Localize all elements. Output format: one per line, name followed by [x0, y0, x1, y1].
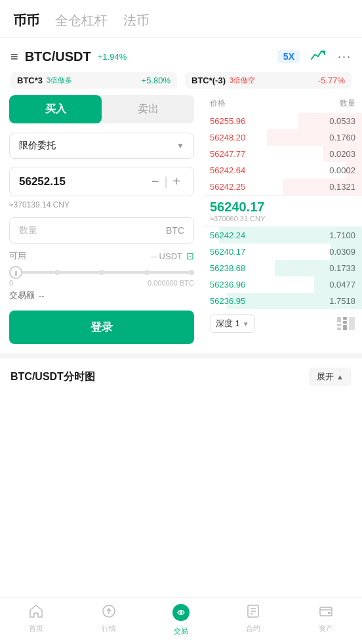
nav-item-contract[interactable]: 合约	[217, 603, 289, 636]
bid-row[interactable]: 56240.17 0.0309	[203, 244, 362, 260]
bid-qty: 0.0477	[329, 280, 355, 290]
bid-row[interactable]: 56236.95 1.7518	[203, 293, 362, 309]
depth-controls: 深度 1 ▼	[203, 309, 362, 338]
trade-amount-row: 交易额 --	[9, 290, 194, 301]
nav-item-home[interactable]: 首页	[0, 603, 72, 636]
pair-name: BTC/USDT	[25, 49, 91, 64]
view-toggle[interactable]	[337, 317, 355, 330]
more-icon[interactable]: ···	[338, 50, 352, 64]
bid-price: 56238.68	[210, 263, 245, 273]
slider-thumb[interactable]: |||	[9, 266, 22, 279]
ask-row[interactable]: 56255.96 0.0533	[203, 113, 362, 129]
svg-rect-0	[337, 317, 341, 322]
short-badge[interactable]: BTC*(-3) 3倍做空 -5.77%	[185, 72, 352, 89]
order-type-label: 限价委托	[19, 140, 56, 152]
menu-icon[interactable]: ≡	[10, 49, 18, 64]
ask-qty: 0.0533	[329, 116, 355, 126]
cny-equiv: ≈370139.14 CNY	[9, 200, 194, 209]
svg-rect-5	[343, 325, 347, 328]
tab-sell[interactable]: 卖出	[102, 95, 194, 123]
slider-max-label: 0.000000 BTC	[148, 279, 194, 287]
dropdown-arrow-icon: ▼	[176, 141, 184, 150]
trading-area: 买入 卖出 限价委托 ▼ 56252.15 − | + ≈370139.14 C…	[0, 95, 362, 353]
expand-button[interactable]: 展开 ▲	[309, 368, 352, 386]
ask-price: 56242.25	[210, 182, 245, 192]
chart-icon[interactable]	[310, 47, 326, 66]
ask-qty: 0.1321	[329, 182, 355, 192]
price-input-row: 56252.15 − | +	[9, 167, 194, 196]
asks-container: 56255.96 0.0533 56248.20 0.1760 56247.77…	[203, 113, 362, 195]
available-row: 可用 -- USDT ⊡	[9, 250, 194, 262]
price-decrease-button[interactable]: −	[148, 174, 163, 189]
bid-price: 56236.96	[210, 280, 245, 290]
left-panel: 买入 卖出 限价委托 ▼ 56252.15 − | + ≈370139.14 C…	[0, 95, 203, 353]
svg-rect-6	[343, 328, 347, 330]
bid-qty: 1.7100	[329, 230, 355, 240]
tab-buy[interactable]: 买入	[9, 95, 102, 123]
nav-leverage[interactable]: 全仓杠杆	[55, 12, 108, 30]
ask-price: 56248.20	[210, 133, 245, 142]
depth-select[interactable]: 深度 1 ▼	[210, 314, 255, 333]
leverage-badge[interactable]: 5X	[278, 50, 300, 63]
depth-label: 深度 1	[216, 318, 240, 330]
market-icon	[101, 603, 117, 621]
nav-label-trade: 交易	[174, 626, 188, 636]
expand-label: 展开	[317, 371, 334, 383]
order-type-dropdown[interactable]: 限价委托 ▼	[9, 133, 194, 159]
nav-item-market[interactable]: 行情	[72, 603, 144, 636]
depth-arrow-icon: ▼	[243, 320, 249, 328]
slider-dot-25	[54, 270, 60, 275]
ask-row[interactable]: 56247.77 0.0203	[203, 146, 362, 162]
pair-badges: BTC*3 3倍做多 +5.80% BTC*(-3) 3倍做空 -5.77%	[0, 72, 362, 95]
ask-price: 56255.96	[210, 116, 245, 126]
login-button[interactable]: 登录	[9, 311, 194, 344]
bid-row[interactable]: 56236.96 0.0477	[203, 276, 362, 293]
available-amount: -- USDT	[151, 251, 182, 261]
bids-container: 56242.24 1.7100 56240.17 0.0309 56238.68…	[203, 227, 362, 309]
long-label: 3倍做多	[47, 75, 72, 85]
buy-sell-tabs: 买入 卖出	[9, 95, 194, 123]
trade-amount-label: 交易额	[9, 290, 35, 301]
nav-item-assets[interactable]: 资产	[290, 603, 362, 636]
slider-thumb-icon: |||	[14, 270, 16, 276]
slider-dot-100	[189, 270, 194, 275]
ask-qty: 0.0002	[329, 165, 355, 175]
bid-row[interactable]: 56242.24 1.7100	[203, 227, 362, 244]
slider-dots	[9, 270, 194, 275]
nav-coin[interactable]: 币币	[13, 12, 39, 30]
order-book: 价格 数量 56255.96 0.0533 56248.20 0.1760 56…	[203, 95, 362, 353]
slider-dot-75	[144, 270, 150, 275]
bid-price: 56242.24	[210, 230, 245, 240]
nav-item-trade[interactable]: 交易	[145, 603, 217, 636]
price-increase-button[interactable]: +	[169, 174, 184, 189]
qty-placeholder: 数量	[19, 225, 166, 236]
ask-row[interactable]: 56242.64 0.0002	[203, 162, 362, 179]
nav-label-contract: 合约	[246, 624, 260, 633]
refresh-icon[interactable]: ⊡	[186, 251, 194, 261]
bid-price: 56240.17	[210, 247, 245, 257]
bid-qty: 1.7518	[329, 296, 355, 306]
qty-input-row[interactable]: 数量 BTC	[9, 217, 194, 244]
ob-header-qty: 数量	[340, 98, 355, 109]
timechart-section: BTC/USDT分时图 展开 ▲	[0, 353, 362, 395]
bid-row[interactable]: 56238.68 0.1733	[203, 260, 362, 276]
svg-rect-3	[343, 317, 347, 320]
pair-change: +1.94%	[98, 52, 127, 62]
short-coin: BTC*(-3)	[191, 75, 226, 85]
long-badge[interactable]: BTC*3 3倍做多 +5.80%	[10, 72, 177, 89]
ask-row[interactable]: 56242.25 0.1321	[203, 179, 362, 195]
nav-fiat[interactable]: 法币	[123, 12, 150, 30]
long-coin: BTC*3	[17, 75, 43, 85]
svg-point-10	[180, 611, 182, 614]
short-pct: -5.77%	[318, 75, 345, 85]
current-price-cny: ≈370060.31 CNY	[210, 215, 265, 223]
current-price-row: 56240.17 ≈370060.31 CNY	[203, 195, 362, 227]
bid-qty: 0.1733	[329, 263, 355, 273]
long-pct: +5.80%	[142, 75, 171, 85]
ask-row[interactable]: 56248.20 0.1760	[203, 129, 362, 146]
slider-min-label: 0	[9, 279, 13, 287]
ob-header-price: 价格	[210, 98, 226, 109]
price-value[interactable]: 56252.15	[19, 175, 148, 188]
slider-container[interactable]: ||| 0 0.000000 BTC	[9, 271, 194, 287]
svg-rect-1	[337, 324, 341, 326]
